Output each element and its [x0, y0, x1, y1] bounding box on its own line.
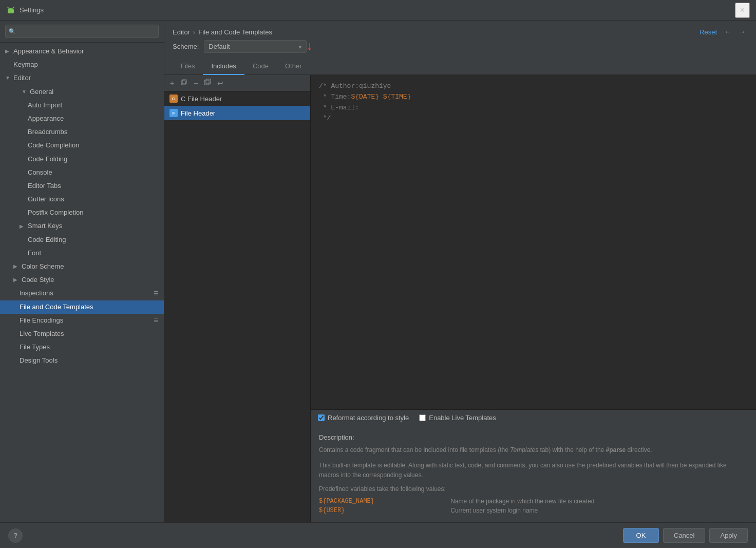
scheme-dropdown[interactable]: Default Project	[204, 40, 307, 53]
tab-code[interactable]: Code	[244, 58, 277, 75]
chevron-right-icon: ▶	[5, 48, 11, 55]
help-button[interactable]: ?	[8, 528, 23, 543]
duplicate-template-button[interactable]	[201, 77, 214, 89]
var-desc-1: Name of the package in which the new fil…	[450, 497, 748, 506]
content-area: 🔍 ▶ Appearance & Behavior Keymap ▼	[0, 21, 756, 522]
description-note: This built-in template is editable. Alon…	[319, 461, 748, 480]
sidebar-item-appearance-behavior[interactable]: ▶ Appearance & Behavior	[0, 45, 164, 58]
breadcrumb-editor: Editor	[173, 28, 190, 36]
tab-other[interactable]: Other	[277, 58, 310, 75]
sidebar-item-code-style[interactable]: ▶ Code Style	[0, 273, 164, 287]
close-button[interactable]: ×	[735, 3, 750, 18]
svg-line-3	[13, 7, 14, 8]
main-panel: Editor › File and Code Templates Reset ←…	[164, 21, 756, 522]
svg-line-2	[8, 7, 9, 8]
sidebar-item-auto-import[interactable]: Auto Import	[0, 99, 164, 112]
chevron-right-icon-3: ▶	[20, 223, 26, 230]
sidebar-item-editor-tabs[interactable]: Editor Tabs	[0, 179, 164, 193]
search-input-wrap[interactable]: 🔍	[5, 25, 159, 38]
sidebar-item-color-scheme[interactable]: ▶ Color Scheme	[0, 260, 164, 273]
android-icon	[6, 6, 15, 15]
search-input[interactable]	[18, 28, 155, 35]
sidebar-item-console[interactable]: Console	[0, 166, 164, 179]
sidebar-item-postfix-completion[interactable]: Postfix Completion	[0, 206, 164, 219]
svg-rect-6	[204, 80, 209, 85]
template-item-label: C File Header	[181, 95, 222, 103]
checkboxes-row: Reformat according to style Enable Live …	[311, 409, 756, 426]
sidebar-item-code-completion[interactable]: Code Completion	[0, 139, 164, 152]
tab-files[interactable]: Files	[173, 58, 203, 75]
chevron-down-icon-2: ▼	[22, 88, 28, 96]
breadcrumb-separator: ›	[193, 28, 195, 36]
apply-button[interactable]: Apply	[709, 528, 748, 543]
sidebar-item-smart-keys[interactable]: ▶ Smart Keys	[0, 219, 164, 233]
code-line-1: /* Author:qiuzhiye	[319, 81, 748, 92]
reformat-checkbox-wrap: Reformat according to style	[318, 414, 409, 422]
nav-back-button[interactable]: ←	[722, 27, 733, 37]
dialog-title: Settings	[20, 6, 44, 14]
var-name-1: ${PACKAGE_NAME}	[319, 497, 450, 506]
sidebar-item-gutter-icons[interactable]: Gutter Icons	[0, 193, 164, 206]
sidebar-item-editor[interactable]: ▼ Editor	[0, 71, 164, 85]
revert-template-button[interactable]: ↩	[215, 78, 226, 89]
spacer-2	[20, 236, 26, 243]
var-row-1: ${PACKAGE_NAME} Name of the package in w…	[319, 497, 748, 506]
reformat-checkbox[interactable]	[318, 414, 325, 421]
var-name-2: ${USER}	[319, 506, 450, 515]
tab-includes[interactable]: Includes	[203, 58, 244, 75]
reformat-label[interactable]: Reformat according to style	[328, 414, 409, 422]
sidebar: 🔍 ▶ Appearance & Behavior Keymap ▼	[0, 21, 164, 522]
code-panel: /* Author:qiuzhiye * Time:${DATE} ${TIME…	[311, 75, 756, 522]
live-templates-checkbox[interactable]	[419, 414, 426, 421]
template-list-panel: + −	[164, 75, 311, 522]
sidebar-item-code-folding[interactable]: Code Folding	[0, 153, 164, 166]
annotation-arrow-1: ↓	[307, 39, 313, 53]
var-desc-2: Current user system login name	[450, 506, 748, 515]
panel-actions: Reset ← →	[697, 27, 748, 37]
sidebar-item-appearance[interactable]: Appearance	[0, 112, 164, 125]
cancel-button[interactable]: Cancel	[663, 528, 705, 543]
template-item-file-header[interactable]: F File Header	[164, 106, 310, 120]
chevron-right-icon-5: ▶	[13, 276, 20, 284]
template-list: C C File Header F File Header	[164, 91, 310, 522]
sidebar-item-general[interactable]: ▼ General	[0, 85, 164, 99]
spacer	[5, 61, 11, 68]
code-editor[interactable]: /* Author:qiuzhiye * Time:${DATE} ${TIME…	[311, 75, 756, 409]
template-item-label-2: File Header	[181, 109, 215, 117]
var-row-2: ${USER} Current user system login name	[319, 506, 748, 515]
breadcrumb-row: Editor › File and Code Templates Reset ←…	[173, 27, 748, 37]
settings-dialog: Settings × 🔍 ▶ Appearance & Behavior	[0, 0, 756, 548]
sidebar-item-font[interactable]: Font	[0, 247, 164, 260]
search-box: 🔍	[0, 21, 164, 43]
nav-forward-button[interactable]: →	[736, 27, 748, 37]
title-bar: Settings ×	[0, 0, 756, 21]
sidebar-item-design-tools[interactable]: Design Tools	[0, 354, 164, 367]
svg-rect-4	[181, 81, 185, 85]
vars-table: ${PACKAGE_NAME} Name of the package in w…	[319, 497, 748, 515]
description-panel: Description: Contains a code fragment th…	[311, 426, 756, 522]
description-text: Contains a code fragment that can be inc…	[319, 445, 748, 455]
code-line-4: */	[319, 113, 748, 124]
template-item-c-file-header[interactable]: C C File Header	[164, 91, 310, 106]
reset-button[interactable]: Reset	[697, 27, 719, 37]
sidebar-item-code-editing[interactable]: Code Editing	[0, 233, 164, 247]
sidebar-item-inspections[interactable]: Inspections ☰	[0, 287, 164, 300]
sidebar-item-keymap[interactable]: Keymap	[0, 58, 164, 71]
file-header-icon: F	[169, 109, 178, 117]
live-templates-label[interactable]: Enable Live Templates	[429, 414, 496, 422]
ok-button[interactable]: OK	[623, 528, 659, 543]
scheme-label: Scheme:	[173, 43, 199, 50]
tabs-row: Files Includes Code Other	[173, 58, 748, 74]
copy-template-button[interactable]	[178, 77, 190, 89]
template-area: + −	[164, 75, 756, 522]
sidebar-item-file-types[interactable]: File Types	[0, 341, 164, 354]
sidebar-item-file-and-code-templates[interactable]: File and Code Templates	[0, 300, 164, 314]
description-title: Description:	[319, 433, 748, 441]
scheme-row: Scheme: Default Project ▼ ↓	[173, 40, 748, 53]
add-template-button[interactable]: +	[167, 78, 177, 89]
sidebar-item-file-encodings[interactable]: File Encodings ☰	[0, 314, 164, 327]
sidebar-item-live-templates[interactable]: Live Templates	[0, 327, 164, 341]
remove-template-button[interactable]: −	[191, 78, 200, 89]
sidebar-item-breadcrumbs[interactable]: Breadcrumbs	[0, 125, 164, 139]
breadcrumb-current: File and Code Templates	[198, 28, 272, 36]
